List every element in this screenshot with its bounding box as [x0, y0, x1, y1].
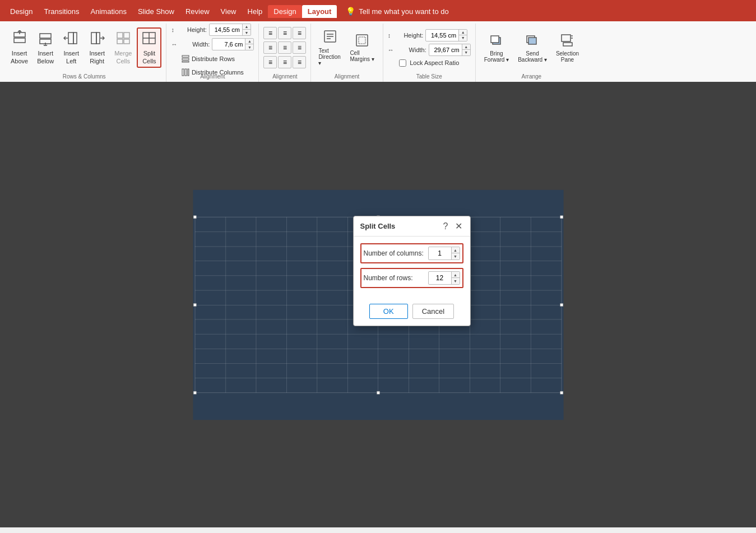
- table-width-icon: ↔: [388, 47, 394, 53]
- tab-slideshow[interactable]: Slide Show: [132, 5, 180, 18]
- width-up-button[interactable]: ▲: [245, 39, 253, 44]
- alignment-group-label: Alignment: [272, 73, 297, 80]
- handle-bottom-left[interactable]: [193, 391, 196, 394]
- handle-middle-left[interactable]: [193, 303, 196, 307]
- handle-bottom-center[interactable]: [377, 391, 380, 394]
- table-height-spinner[interactable]: ▲ ▼: [425, 29, 467, 41]
- tab-review[interactable]: Review: [180, 5, 215, 18]
- columns-down-button[interactable]: ▼: [452, 253, 460, 259]
- send-backward-label: SendBackward ▾: [518, 50, 547, 63]
- bring-forward-label: BringForward ▾: [484, 50, 509, 63]
- svg-rect-32: [491, 36, 499, 43]
- columns-label: Number of columns:: [364, 249, 428, 257]
- width-input[interactable]: [212, 40, 245, 49]
- insert-above-label: InsertAbove: [11, 50, 28, 64]
- height-input[interactable]: [210, 25, 242, 34]
- align-bottom-right-button[interactable]: ≡: [293, 56, 306, 68]
- columns-input[interactable]: [429, 248, 451, 258]
- columns-spinner[interactable]: ▲ ▼: [428, 247, 460, 260]
- dialog-close-button[interactable]: ✕: [454, 221, 463, 231]
- distribute-rows-button[interactable]: Distribute Rows: [178, 53, 247, 65]
- tab-view[interactable]: View: [215, 5, 242, 18]
- table-height-icon: ↕: [388, 32, 391, 39]
- table-width-input[interactable]: [429, 45, 462, 54]
- svg-rect-36: [563, 43, 572, 46]
- dialog-header: Split Cells ? ✕: [354, 216, 470, 237]
- align-row-top: ≡ ≡ ≡: [263, 27, 306, 39]
- cell-margins-icon: [355, 33, 369, 49]
- tab-layout[interactable]: Layout: [302, 5, 337, 18]
- lock-aspect-ratio-checkbox[interactable]: [399, 59, 406, 67]
- align-top-center-button[interactable]: ≡: [278, 27, 291, 39]
- align-middle-left-button[interactable]: ≡: [263, 41, 277, 54]
- align-middle-center-button[interactable]: ≡: [278, 41, 291, 54]
- bring-forward-icon: [489, 33, 504, 50]
- width-down-button[interactable]: ▼: [245, 44, 253, 50]
- columns-field: Number of columns: ▲ ▼: [360, 243, 463, 263]
- align-bottom-left-button[interactable]: ≡: [263, 56, 277, 68]
- table-height-input[interactable]: [426, 31, 458, 40]
- bring-forward-button[interactable]: BringForward ▾: [480, 27, 513, 68]
- split-cells-button[interactable]: SplitCells: [137, 27, 161, 68]
- rows-input[interactable]: [429, 273, 451, 283]
- svg-rect-24: [188, 69, 189, 76]
- tell-me-bar[interactable]: 💡 Tell me what you want to do: [346, 7, 448, 16]
- rows-down-button[interactable]: ▼: [452, 278, 460, 284]
- rows-columns-group-label: Rows & Columns: [63, 73, 106, 80]
- text-direction-label: TextDirection ▾: [318, 48, 342, 66]
- insert-below-button[interactable]: InsertBelow: [33, 27, 58, 68]
- table-width-spinner[interactable]: ▲ ▼: [429, 44, 471, 56]
- tab-design[interactable]: Design: [4, 5, 38, 18]
- align-middle-right-button[interactable]: ≡: [293, 41, 306, 54]
- table-row: [195, 378, 562, 392]
- lock-aspect-ratio-label: Lock Aspect Ratio: [410, 59, 459, 66]
- text-direction-button[interactable]: TextDirection ▾: [316, 27, 345, 68]
- send-backward-button[interactable]: SendBackward ▾: [514, 27, 551, 68]
- tab-animations[interactable]: Animations: [85, 5, 132, 18]
- split-cells-label: SplitCells: [142, 50, 156, 64]
- align-top-left-button[interactable]: ≡: [263, 27, 277, 39]
- insert-right-button[interactable]: InsertRight: [85, 27, 109, 68]
- columns-up-button[interactable]: ▲: [452, 247, 460, 253]
- rows-up-button[interactable]: ▲: [452, 272, 460, 278]
- ok-button[interactable]: OK: [369, 304, 408, 319]
- height-up-button[interactable]: ▲: [243, 24, 251, 30]
- arrange-group: BringForward ▾ SendBackward ▾ SelectionP…: [476, 24, 587, 82]
- handle-middle-right[interactable]: [560, 303, 563, 307]
- cancel-button[interactable]: Cancel: [412, 304, 454, 319]
- table-height-down-button[interactable]: ▼: [459, 35, 467, 41]
- tab-transitions[interactable]: Transitions: [38, 5, 85, 18]
- svg-rect-34: [528, 38, 536, 44]
- rows-spinner[interactable]: ▲ ▼: [428, 271, 460, 285]
- svg-rect-7: [73, 33, 77, 44]
- table-width-up-button[interactable]: ▲: [462, 44, 470, 50]
- align-row-middle: ≡ ≡ ≡: [263, 41, 306, 54]
- handle-top-left[interactable]: [193, 215, 196, 219]
- arrange-group-label: Arrange: [522, 73, 542, 80]
- merge-cells-button[interactable]: MergeCells: [110, 27, 136, 68]
- height-spinner[interactable]: ▲ ▼: [209, 24, 251, 36]
- insert-above-button[interactable]: InsertAbove: [7, 27, 32, 68]
- insert-right-icon: [89, 30, 105, 48]
- split-cells-icon: [141, 30, 157, 48]
- align-top-right-button[interactable]: ≡: [293, 27, 306, 39]
- table-height-up-button[interactable]: ▲: [459, 30, 467, 35]
- align-bottom-center-button[interactable]: ≡: [278, 56, 291, 68]
- handle-bottom-right[interactable]: [560, 391, 563, 394]
- align-row-bottom: ≡ ≡ ≡: [263, 56, 306, 68]
- svg-rect-9: [91, 33, 96, 44]
- height-down-button[interactable]: ▼: [243, 30, 251, 35]
- table-row: [195, 363, 562, 378]
- svg-rect-20: [182, 58, 189, 60]
- selection-pane-button[interactable]: SelectionPane: [552, 27, 583, 68]
- merge-cells-icon: [115, 30, 131, 48]
- dialog-help-button[interactable]: ?: [442, 221, 449, 231]
- svg-rect-19: [182, 55, 189, 57]
- handle-top-right[interactable]: [560, 215, 563, 219]
- width-spinner[interactable]: ▲ ▼: [212, 38, 254, 50]
- insert-left-button[interactable]: InsertLeft: [59, 27, 84, 68]
- tab-design2[interactable]: Design: [268, 5, 302, 18]
- tab-help[interactable]: Help: [242, 5, 268, 18]
- table-width-down-button[interactable]: ▼: [462, 50, 470, 55]
- cell-margins-button[interactable]: CellMargins ▾: [346, 27, 378, 68]
